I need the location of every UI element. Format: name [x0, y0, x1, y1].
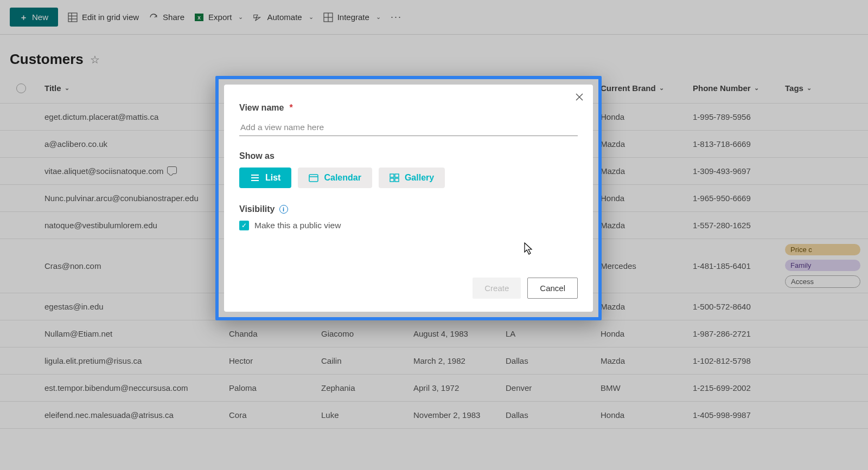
- new-button-label: New: [32, 12, 48, 22]
- table-row[interactable]: est.tempor.bibendum@neccursusa.comPaloma…: [0, 375, 868, 402]
- cell-title: a@aclibero.co.uk: [44, 139, 107, 149]
- required-asterisk: *: [289, 103, 292, 113]
- cell-brand: Mercedes: [601, 261, 693, 271]
- info-icon[interactable]: i: [279, 205, 288, 214]
- cell-brand: Mazda: [601, 139, 693, 149]
- cell-loc: Dallas: [506, 410, 601, 420]
- cell-dob: November 2, 1983: [413, 410, 506, 420]
- close-button[interactable]: [575, 92, 584, 102]
- cell-brand: Mazda: [601, 166, 693, 176]
- list-title: Customers: [10, 51, 84, 68]
- grid-icon: [68, 12, 78, 22]
- cell-title: eget.dictum.placerat@mattis.ca: [44, 112, 158, 121]
- table-row[interactable]: ligula.elit.pretium@risus.caHectorCailin…: [0, 347, 868, 375]
- show-as-calendar-button[interactable]: Calendar: [298, 168, 372, 188]
- more-actions-button[interactable]: ···: [391, 11, 402, 23]
- cell-title: egestas@in.edu: [44, 302, 104, 311]
- export-button[interactable]: x Export ⌄: [194, 12, 243, 22]
- cell-phone: 1-995-789-5956: [693, 112, 785, 121]
- cell-phone: 1-481-185-6401: [693, 261, 785, 271]
- chevron-down-icon: ⌄: [754, 85, 759, 92]
- edit-in-grid-label: Edit in grid view: [82, 12, 139, 22]
- cell-phone: 1-813-718-6669: [693, 139, 785, 149]
- show-as-options: List Calendar Gallery: [239, 168, 578, 188]
- create-view-dialog-highlight: View name* Show as List Calendar Gallery…: [215, 76, 602, 320]
- svg-rect-17: [395, 174, 399, 177]
- export-label: Export: [208, 12, 232, 22]
- cell-last: Cailin: [321, 356, 413, 365]
- table-row[interactable]: Nullam@Etiam.netChandaGiacomoAugust 4, 1…: [0, 320, 868, 347]
- chevron-down-icon: ⌄: [376, 14, 381, 21]
- cell-phone: 1-987-286-2721: [693, 329, 785, 338]
- column-header-phone[interactable]: Phone Number⌄: [693, 83, 785, 93]
- tag-pill[interactable]: Price c: [785, 244, 860, 255]
- list-title-row: Customers ☆: [0, 35, 868, 73]
- cell-title: natoque@vestibulumlorem.edu: [44, 221, 157, 230]
- cell-brand: Honda: [601, 112, 693, 121]
- create-view-dialog: View name* Show as List Calendar Gallery…: [224, 85, 593, 312]
- integrate-label: Integrate: [337, 12, 369, 22]
- cell-phone: 1-557-280-1625: [693, 221, 785, 230]
- cell-brand: BMW: [601, 383, 693, 392]
- column-header-title[interactable]: Title⌄: [44, 83, 229, 93]
- svg-rect-19: [395, 178, 399, 182]
- cell-loc: Denver: [506, 383, 601, 392]
- view-name-input[interactable]: [239, 119, 578, 136]
- chevron-down-icon: ⌄: [659, 85, 664, 92]
- cell-first: Cora: [229, 410, 321, 420]
- svg-text:x: x: [197, 15, 201, 21]
- chevron-down-icon: ⌄: [807, 85, 812, 92]
- chevron-down-icon: ⌄: [65, 85, 69, 92]
- cell-last: Giacomo: [321, 329, 413, 338]
- column-header-brand[interactable]: Current Brand⌄: [601, 83, 693, 93]
- cell-title: vitae.aliquet@sociisnatoque.com: [44, 166, 164, 176]
- column-header-tags[interactable]: Tags⌄: [785, 83, 868, 93]
- cancel-button[interactable]: Cancel: [527, 278, 578, 299]
- plus-icon: ＋: [20, 13, 28, 21]
- tag-pill[interactable]: Access: [785, 275, 860, 288]
- chevron-down-icon: ⌄: [309, 14, 314, 21]
- public-view-checkbox[interactable]: ✓: [239, 221, 249, 230]
- cell-loc: LA: [506, 329, 601, 338]
- visibility-label: Visibility i: [239, 204, 578, 214]
- share-icon: [149, 12, 158, 22]
- gallery-icon: [390, 173, 399, 182]
- cell-brand: Mazda: [601, 356, 693, 365]
- create-button[interactable]: Create: [473, 278, 521, 299]
- integrate-button[interactable]: Integrate ⌄: [323, 12, 381, 22]
- show-as-label: Show as: [239, 151, 578, 161]
- cell-phone: 1-309-493-9697: [693, 166, 785, 176]
- dialog-actions: Create Cancel: [239, 278, 578, 299]
- cell-brand: Honda: [601, 194, 693, 203]
- cell-brand: Honda: [601, 329, 693, 338]
- show-as-gallery-button[interactable]: Gallery: [379, 168, 445, 188]
- cell-phone: 1-102-812-5798: [693, 356, 785, 365]
- show-as-list-button[interactable]: List: [239, 168, 291, 188]
- cell-title: ligula.elit.pretium@risus.ca: [44, 356, 142, 365]
- cell-phone: 1-500-572-8640: [693, 302, 785, 311]
- cell-title: Nullam@Etiam.net: [44, 329, 112, 338]
- cell-phone: 1-215-699-2002: [693, 383, 785, 392]
- edit-in-grid-button[interactable]: Edit in grid view: [68, 12, 139, 22]
- cell-brand: Mazda: [601, 302, 693, 311]
- public-view-checkbox-row: ✓ Make this a public view: [239, 221, 578, 230]
- cell-brand: Honda: [601, 410, 693, 420]
- cell-first: Paloma: [229, 383, 321, 392]
- command-bar: ＋ New Edit in grid view Share x Export ⌄…: [0, 0, 868, 35]
- favorite-star-icon[interactable]: ☆: [90, 53, 100, 66]
- share-button[interactable]: Share: [149, 12, 184, 22]
- cell-first: Chanda: [229, 329, 321, 338]
- view-name-label: View name*: [239, 103, 578, 113]
- new-button[interactable]: ＋ New: [10, 8, 58, 27]
- cell-last: Zephania: [321, 383, 413, 392]
- cell-phone: 1-405-998-9987: [693, 410, 785, 420]
- cell-title: Nunc.pulvinar.arcu@conubianostraper.edu: [44, 194, 199, 203]
- cell-title: est.tempor.bibendum@neccursusa.com: [44, 383, 188, 392]
- svg-rect-18: [390, 178, 394, 182]
- comment-icon[interactable]: [167, 166, 177, 174]
- automate-button[interactable]: Automate ⌄: [253, 12, 313, 22]
- tag-pill[interactable]: Family: [785, 260, 860, 271]
- select-all-toggle[interactable]: [16, 83, 26, 93]
- table-row[interactable]: eleifend.nec.malesuada@atrisus.caCoraLuk…: [0, 402, 868, 429]
- cell-dob: March 2, 1982: [413, 356, 506, 365]
